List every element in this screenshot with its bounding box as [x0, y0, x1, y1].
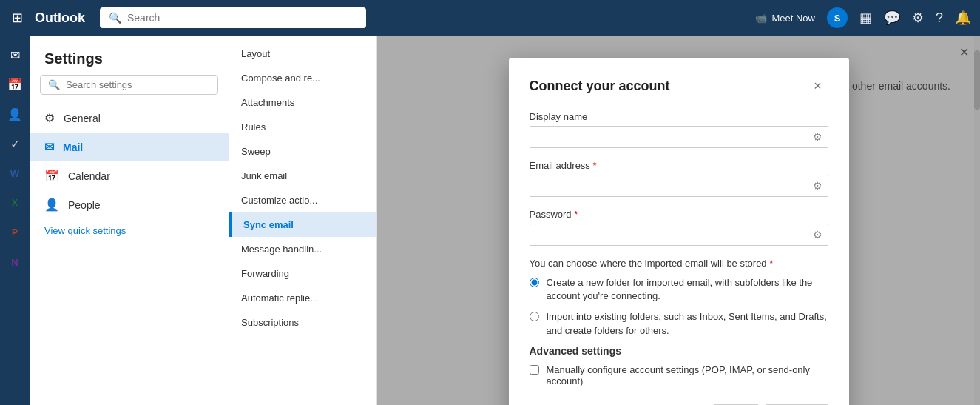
nav-powerpoint[interactable]: P [1, 219, 28, 246]
modal-header: Connect your account × [530, 76, 828, 96]
meet-now-label: Meet Now [771, 13, 815, 24]
password-icon: ⚙ [813, 229, 822, 241]
user-avatar[interactable]: S [827, 7, 848, 28]
general-icon: ⚙ [44, 111, 55, 125]
content-area: ✕ Connect your account × Display name ⚙ [377, 36, 980, 405]
calendar-icon: 📅 [44, 169, 59, 183]
nav-people[interactable]: 👤 [1, 101, 28, 127]
email-address-wrapper: ⚙ [530, 175, 828, 197]
search-icon: 🔍 [109, 12, 121, 24]
settings-icon[interactable]: ⚙ [912, 10, 924, 26]
advanced-title: Advanced settings [530, 345, 828, 357]
display-name-input[interactable] [530, 126, 828, 148]
advanced-section: Advanced settings Manually configure acc… [530, 345, 828, 386]
nav-calendar[interactable]: 📅 [1, 71, 28, 98]
topbar: ⊞ Outlook 🔍 📹 Meet Now S ▦ 💬 ⚙ ? 🔔 [0, 0, 980, 36]
radio-new-folder-input[interactable] [530, 278, 539, 287]
password-input[interactable] [530, 224, 828, 246]
radio-existing-folders-label[interactable]: Import into existing folders, such as In… [547, 310, 828, 337]
settings-search-box[interactable]: 🔍 [40, 75, 218, 95]
manual-config-option: Manually configure account settings (POP… [530, 364, 828, 386]
grid-icon[interactable]: ▦ [859, 10, 872, 26]
submenu-sync[interactable]: Sync email [229, 212, 376, 237]
password-required-mark: * [574, 209, 578, 220]
search-input[interactable] [127, 12, 357, 24]
email-required-mark: * [593, 160, 597, 171]
modal-close-button[interactable]: × [808, 76, 828, 96]
sidebar-item-calendar[interactable]: 📅 Calendar [30, 161, 229, 190]
icon-bar: ✉ 📅 👤 ✓ W X P N [0, 36, 30, 405]
display-name-group: Display name ⚙ [530, 111, 828, 148]
meet-now-button[interactable]: 📹 Meet Now [755, 13, 815, 24]
topbar-right: 📹 Meet Now S ▦ 💬 ⚙ ? 🔔 [755, 7, 971, 28]
radio-new-folder-label[interactable]: Create a new folder for imported email, … [547, 276, 828, 303]
nav-mail[interactable]: ✉ [1, 41, 28, 68]
nav-tasks[interactable]: ✓ [1, 130, 28, 157]
main-layout: ✉ 📅 👤 ✓ W X P N Settings 🔍 ⚙ General ✉ M… [0, 36, 980, 405]
submenu-attachments[interactable]: Attachments [229, 90, 376, 115]
modal-overlay: Connect your account × Display name ⚙ Em… [377, 36, 980, 405]
notifications-icon[interactable]: 🔔 [955, 10, 971, 26]
waffle-icon[interactable]: ⊞ [9, 7, 26, 29]
view-quick-settings[interactable]: View quick settings [30, 219, 229, 242]
sidebar-item-people[interactable]: 👤 People [30, 190, 229, 219]
display-name-icon: ⚙ [813, 131, 822, 143]
email-address-input[interactable] [530, 175, 828, 197]
settings-search-input[interactable] [66, 79, 210, 90]
nav-excel[interactable]: X [1, 190, 28, 216]
email-address-group: Email address * ⚙ [530, 160, 828, 197]
storage-label: You can choose where the imported email … [530, 258, 828, 269]
settings-title: Settings [30, 36, 229, 75]
settings-nav: ⚙ General ✉ Mail 📅 Calendar 👤 People Vie… [30, 104, 229, 405]
submenu-subscriptions[interactable]: Subscriptions [229, 310, 376, 335]
people-icon: 👤 [44, 198, 59, 212]
password-group: Password * ⚙ [530, 209, 828, 246]
settings-panel: Settings 🔍 ⚙ General ✉ Mail 📅 Calendar 👤… [30, 36, 229, 405]
submenu-automatic[interactable]: Automatic replie... [229, 286, 376, 310]
display-name-wrapper: ⚙ [530, 126, 828, 148]
sidebar-item-label-calendar: Calendar [68, 170, 110, 182]
submenu-junk[interactable]: Junk email [229, 164, 376, 188]
submenu-sweep[interactable]: Sweep [229, 139, 376, 164]
manual-config-checkbox[interactable] [530, 365, 539, 375]
sidebar-item-general[interactable]: ⚙ General [30, 104, 229, 133]
manual-config-label[interactable]: Manually configure account settings (POP… [547, 364, 828, 386]
chat-icon[interactable]: 💬 [884, 10, 900, 26]
submenu-compose[interactable]: Compose and re... [229, 66, 376, 90]
sidebar-item-label-general: General [64, 113, 101, 124]
password-label: Password * [530, 209, 828, 220]
email-address-label: Email address * [530, 160, 828, 171]
submenu-panel: Layout Compose and re... Attachments Rul… [229, 36, 377, 405]
submenu-message[interactable]: Message handlin... [229, 237, 376, 261]
mail-icon: ✉ [44, 140, 54, 154]
search-bar[interactable]: 🔍 [100, 7, 366, 28]
radio-existing-folders-input[interactable] [530, 312, 539, 321]
sidebar-item-mail[interactable]: ✉ Mail [30, 133, 229, 161]
app-name: Outlook [35, 10, 85, 26]
modal-title: Connect your account [530, 78, 670, 94]
video-icon: 📹 [755, 13, 767, 24]
radio-new-folder: Create a new folder for imported email, … [530, 276, 828, 303]
password-wrapper: ⚙ [530, 224, 828, 246]
email-icon: ⚙ [813, 180, 822, 192]
connect-account-modal: Connect your account × Display name ⚙ Em… [509, 58, 849, 405]
settings-search-icon: 🔍 [48, 79, 60, 90]
sidebar-item-label-people: People [68, 199, 101, 211]
submenu-rules[interactable]: Rules [229, 115, 376, 139]
submenu-layout[interactable]: Layout [229, 41, 376, 66]
display-name-label: Display name [530, 111, 828, 122]
nav-onenote[interactable]: N [1, 249, 28, 275]
radio-existing-folders: Import into existing folders, such as In… [530, 310, 828, 337]
sidebar-item-label-mail: Mail [63, 141, 83, 153]
submenu-forwarding[interactable]: Forwarding [229, 261, 376, 286]
submenu-customize[interactable]: Customize actio... [229, 188, 376, 212]
help-icon[interactable]: ? [936, 10, 943, 26]
nav-word[interactable]: W [1, 160, 28, 187]
